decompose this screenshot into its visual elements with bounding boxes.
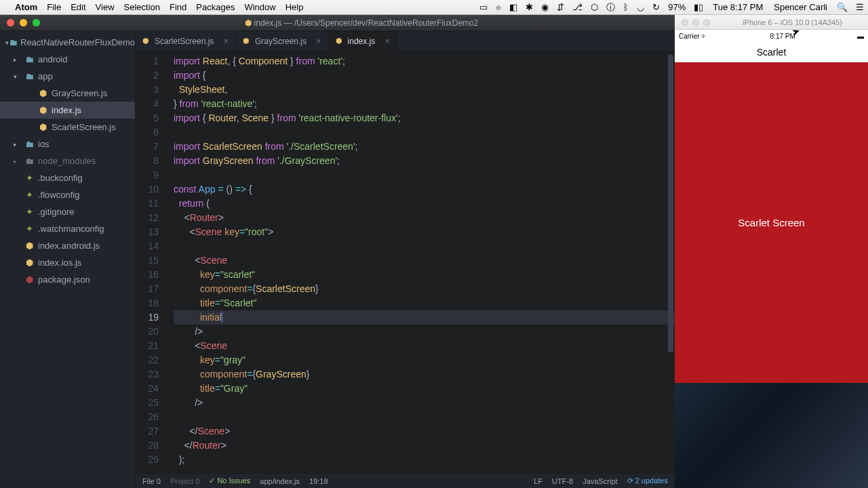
app-icon[interactable]: ◧ xyxy=(509,2,517,12)
js-file-icon: ⬢ xyxy=(37,122,49,132)
wifi-icon[interactable]: ◡ xyxy=(637,2,644,12)
record-icon[interactable]: ◉ xyxy=(541,2,549,12)
tree-folder-app[interactable]: ▾🖿app xyxy=(0,68,135,85)
tree-file-index-android[interactable]: ⬢index.android.js xyxy=(0,237,135,254)
traffic-lights xyxy=(682,19,710,26)
menu-edit[interactable]: Edit xyxy=(71,2,85,12)
tree-label: ScarletScreen.js xyxy=(52,122,116,132)
notification-icon[interactable]: ☰ xyxy=(856,2,864,12)
tab-grayscreen[interactable]: ⬢GrayScreen.js× xyxy=(236,31,329,51)
nav-title: Scarlet xyxy=(757,47,787,58)
code-area[interactable]: import React, { Component } from 'react'… xyxy=(165,52,675,473)
bluetooth-icon[interactable]: ᛒ xyxy=(623,2,629,12)
battery-icon[interactable]: ▮▯ xyxy=(694,2,703,12)
config-file-icon: ✦ xyxy=(23,190,35,200)
tree-file-grayscreen[interactable]: ⬢GrayScreen.js xyxy=(0,85,135,102)
menu-help[interactable]: Help xyxy=(285,2,304,12)
menu-view[interactable]: View xyxy=(96,2,115,12)
tree-folder-android[interactable]: ▸🖿android xyxy=(0,51,135,68)
menu-window[interactable]: Window xyxy=(244,2,275,12)
status-issues[interactable]: ✓ No Issues xyxy=(209,476,250,485)
menu-find[interactable]: Find xyxy=(170,2,186,12)
simulator-screen[interactable]: Carrier ᯤ 8:17 PM ▬ Scarlet Scarlet Scre… xyxy=(675,30,868,383)
close-tab-icon[interactable]: × xyxy=(223,36,229,46)
timemachine-icon[interactable]: ↻ xyxy=(652,2,660,12)
menu-file[interactable]: File xyxy=(47,2,61,12)
tab-index[interactable]: ⬢index.js× xyxy=(329,31,397,51)
file-icon: ⬢ xyxy=(245,18,252,28)
tree-label: .flowconfig xyxy=(38,190,79,200)
tab-scarletscreen[interactable]: ⬢ScarletScreen.js× xyxy=(136,31,236,51)
tree-file-index-ios[interactable]: ⬢index.ios.js xyxy=(0,254,135,271)
simulator-titlebar[interactable]: iPhone 6 – iOS 10.0 (14A345) xyxy=(675,15,868,30)
spotlight-icon[interactable]: 🔍 xyxy=(837,2,848,12)
status-line-ending[interactable]: LF xyxy=(534,477,542,485)
js-file-icon: ⬢ xyxy=(23,241,35,251)
tree-file-gitignore[interactable]: ✦.gitignore xyxy=(0,203,135,220)
app-content[interactable]: Scarlet Screen xyxy=(675,62,868,383)
tree-label: node_modules xyxy=(38,156,96,166)
menu-selection[interactable]: Selection xyxy=(124,2,160,12)
tree-label: app xyxy=(38,71,53,81)
battery-icon: ▬ xyxy=(857,33,864,40)
file-tree[interactable]: ▾🖿ReactNativeRouterFluxDemo2 ▸🖿android ▾… xyxy=(0,31,136,488)
evernote-icon[interactable]: ✱ xyxy=(526,2,533,12)
tree-label: ios xyxy=(38,139,50,149)
ios-simulator-window: iPhone 6 – iOS 10.0 (14A345) Carrier ᯤ 8… xyxy=(675,15,868,488)
menubar-clock[interactable]: Tue 8:17 PM xyxy=(713,2,763,12)
status-project[interactable]: Project 0 xyxy=(170,477,199,485)
status-encoding[interactable]: UTF-8 xyxy=(552,477,573,485)
tab-label: index.js xyxy=(348,37,376,46)
status-cursor-pos[interactable]: 19:18 xyxy=(309,477,328,485)
minimize-window-icon[interactable] xyxy=(20,19,27,26)
config-file-icon: ✦ xyxy=(23,173,35,183)
atom-titlebar[interactable]: ⬢index.js — /Users/Spencer/dev/ReactNati… xyxy=(0,15,675,31)
close-window-icon[interactable] xyxy=(682,19,688,26)
menubar-user[interactable]: Spencer Carli xyxy=(774,2,827,12)
desktop-wallpaper xyxy=(675,383,868,488)
status-bar: File 0 Project 0 ✓ No Issues app/index.j… xyxy=(136,473,675,488)
ios-clock: 8:17 PM xyxy=(770,33,795,40)
minimize-window-icon[interactable] xyxy=(692,19,699,26)
tab-label: ScarletScreen.js xyxy=(155,37,214,46)
status-updates-text: 2 updates xyxy=(635,476,668,485)
menubar-app[interactable]: Atom xyxy=(15,2,37,12)
tab-label: GrayScreen.js xyxy=(255,37,307,46)
close-tab-icon[interactable]: × xyxy=(384,36,390,46)
updown-icon[interactable]: ⇵ xyxy=(557,2,564,12)
code-editor[interactable]: 1234567891011121314151617181920212223242… xyxy=(136,52,675,473)
sync-icon[interactable]: ⟐ xyxy=(496,2,501,12)
status-language[interactable]: JavaScript xyxy=(583,477,617,485)
tree-label: index.js xyxy=(52,105,81,115)
atom-window: ⬢index.js — /Users/Spencer/dev/ReactNati… xyxy=(0,15,675,488)
tree-file-flowconfig[interactable]: ✦.flowconfig xyxy=(0,186,135,203)
info-icon[interactable]: ⓘ xyxy=(606,1,615,14)
menu-packages[interactable]: Packages xyxy=(196,2,235,12)
status-path[interactable]: app/index.js xyxy=(260,477,300,485)
close-window-icon[interactable] xyxy=(7,19,14,26)
tree-file-index[interactable]: ⬢index.js xyxy=(0,102,135,119)
display-icon[interactable]: ▭ xyxy=(479,2,488,12)
zoom-window-icon[interactable] xyxy=(703,19,710,26)
status-updates[interactable]: ⟳ 2 updates xyxy=(627,476,668,485)
tree-file-watchmanconfig[interactable]: ✦.watchmanconfig xyxy=(0,220,135,237)
folder-icon: 🖿 xyxy=(9,37,18,47)
tree-file-package-json[interactable]: ⬢package.json xyxy=(0,271,135,288)
tree-file-buckconfig[interactable]: ✦.buckconfig xyxy=(0,169,135,186)
battery-text[interactable]: 97% xyxy=(668,2,686,12)
ios-status-bar: Carrier ᯤ 8:17 PM ▬ xyxy=(675,30,868,42)
editor-scrollbar[interactable] xyxy=(668,54,673,352)
branch-icon[interactable]: ⎇ xyxy=(572,2,583,12)
json-file-icon: ⬢ xyxy=(23,274,35,285)
tree-root[interactable]: ▾🖿ReactNativeRouterFluxDemo2 xyxy=(0,34,135,51)
tree-file-scarletscreen[interactable]: ⬢ScarletScreen.js xyxy=(0,119,135,136)
tree-folder-ios[interactable]: ▸🖿ios xyxy=(0,136,135,152)
folder-icon: 🖿 xyxy=(23,71,35,81)
js-file-icon: ⬢ xyxy=(243,37,250,45)
dropbox-icon[interactable]: ⬡ xyxy=(591,2,598,12)
simulator-title: iPhone 6 – iOS 10.0 (14A345) xyxy=(717,18,868,26)
close-tab-icon[interactable]: × xyxy=(316,36,321,46)
status-file-count[interactable]: File 0 xyxy=(142,477,161,485)
zoom-window-icon[interactable] xyxy=(33,19,40,26)
tree-folder-node-modules[interactable]: ▸🖿node_modules xyxy=(0,152,135,169)
